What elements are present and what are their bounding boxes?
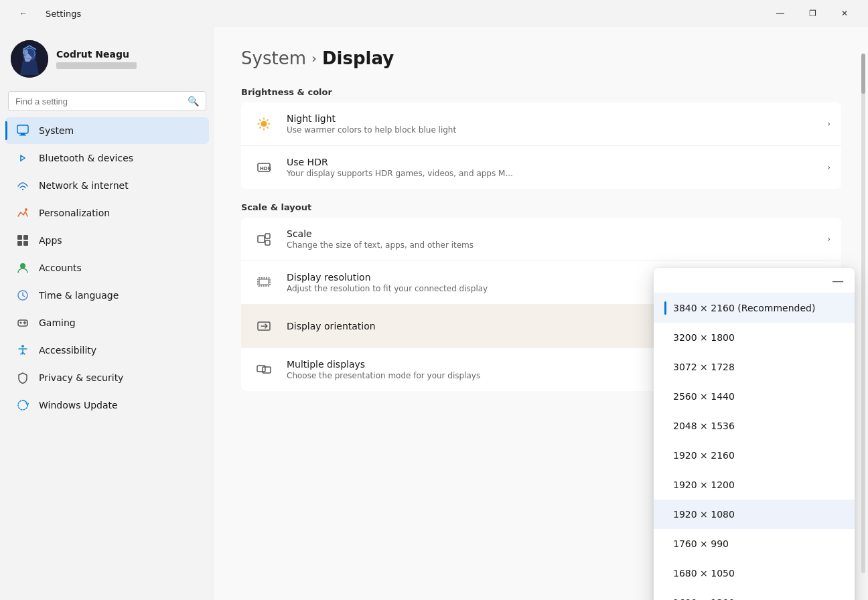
dropdown-item-3[interactable]: 2560 × 1440 — [654, 382, 855, 411]
sidebar-item-time-label: Time & language — [39, 290, 119, 301]
scrollbar-track[interactable] — [861, 54, 865, 573]
dropdown-item-label-2: 3072 × 1728 — [673, 362, 735, 372]
dropdown-item-7[interactable]: 1920 × 1080 — [654, 500, 855, 529]
selected-indicator-9 — [664, 567, 666, 580]
selected-indicator-8 — [664, 537, 666, 550]
time-icon — [16, 289, 29, 302]
display-orientation-icon — [252, 314, 276, 338]
search-input[interactable] — [15, 96, 182, 106]
accessibility-icon — [16, 344, 29, 357]
dropdown-item-label-4: 2048 × 1536 — [673, 421, 735, 431]
dropdown-item-label-0: 3840 × 2160 (Recommended) — [673, 303, 815, 313]
selected-indicator-10 — [664, 596, 666, 600]
sidebar-item-network[interactable]: Network & internet — [5, 172, 209, 199]
sidebar-item-gaming-label: Gaming — [39, 317, 76, 328]
sidebar-item-personalization[interactable]: Personalization — [5, 200, 209, 226]
gaming-icon — [16, 316, 29, 329]
dropdown-collapse-icon[interactable]: — — [829, 273, 847, 287]
scrollbar-thumb[interactable] — [861, 54, 865, 94]
sidebar-item-system[interactable]: System — [5, 117, 209, 144]
svg-point-20 — [261, 121, 267, 127]
sidebar-item-apps[interactable]: Apps — [5, 227, 209, 254]
svg-point-18 — [20, 322, 22, 324]
svg-rect-13 — [17, 241, 22, 246]
dropdown-item-8[interactable]: 1760 × 990 — [654, 529, 855, 558]
scale-title: Scale — [287, 228, 816, 239]
night-light-row[interactable]: Night light Use warmer colors to help bl… — [241, 102, 841, 146]
sidebar-item-bluetooth[interactable]: Bluetooth & devices — [5, 145, 209, 171]
sidebar-item-gaming[interactable]: Gaming — [5, 309, 209, 336]
sidebar-item-accessibility[interactable]: Accessibility — [5, 337, 209, 364]
svg-rect-23 — [258, 236, 265, 242]
dropdown-item-1[interactable]: 3200 × 1800 — [654, 323, 855, 352]
dropdown-item-label-10: 1600 × 1200 — [673, 597, 735, 600]
sidebar-item-bluetooth-label: Bluetooth & devices — [39, 153, 133, 163]
use-hdr-chevron: › — [827, 163, 830, 172]
dropdown-item-label-9: 1680 × 1050 — [673, 568, 735, 579]
svg-rect-14 — [23, 241, 28, 246]
maximize-button[interactable]: ❐ — [797, 3, 828, 24]
dropdown-item-label-3: 2560 × 1440 — [673, 391, 735, 402]
dropdown-item-5[interactable]: 1920 × 2160 — [654, 441, 855, 470]
close-button[interactable]: ✕ — [829, 3, 860, 24]
use-hdr-title: Use HDR — [287, 157, 816, 167]
dropdown-header: — — [654, 268, 855, 293]
use-hdr-text: Use HDR Your display supports HDR games,… — [287, 157, 816, 178]
dropdown-item-9[interactable]: 1680 × 1050 — [654, 558, 855, 588]
resolution-dropdown: — 3840 × 2160 (Recommended) 3200 × 1800 … — [654, 268, 855, 600]
breadcrumb-current: Display — [322, 48, 394, 68]
accounts-icon — [16, 261, 29, 275]
dropdown-item-2[interactable]: 3072 × 1728 — [654, 352, 855, 382]
night-light-icon — [252, 112, 276, 136]
svg-rect-11 — [17, 235, 22, 240]
network-icon — [16, 179, 29, 192]
window-controls: — ❐ ✕ — [765, 3, 860, 24]
app-body: Codrut Neagu 🔍 System — [0, 27, 868, 600]
sidebar-item-windows-update[interactable]: Windows Update — [5, 392, 209, 419]
sidebar-item-accounts[interactable]: Accounts — [5, 254, 209, 281]
scale-icon — [252, 227, 276, 251]
user-info: Codrut Neagu — [56, 49, 137, 69]
dropdown-item-10[interactable]: 1600 × 1200 — [654, 588, 855, 600]
sidebar-item-windows-update-label: Windows Update — [39, 400, 118, 410]
user-profile: Codrut Neagu — [0, 35, 214, 88]
dropdown-item-4[interactable]: 2048 × 1536 — [654, 411, 855, 441]
use-hdr-row[interactable]: HDR Use HDR Your display supports HDR ga… — [241, 146, 841, 189]
scale-row[interactable]: Scale Change the size of text, apps, and… — [241, 218, 841, 261]
svg-rect-6 — [17, 125, 28, 133]
titlebar-left: ← Settings — [8, 3, 81, 24]
selected-indicator-7 — [664, 508, 666, 521]
back-button[interactable]: ← — [8, 3, 39, 24]
breadcrumb: System › Display — [241, 48, 841, 68]
selected-indicator-6 — [664, 478, 666, 492]
search-box[interactable]: 🔍 — [8, 91, 206, 111]
titlebar: ← Settings — ❐ ✕ — [0, 0, 868, 27]
back-icon: ← — [19, 9, 27, 18]
selected-indicator-0 — [664, 301, 666, 315]
main-content: System › Display Brightness & color Nigh… — [214, 27, 868, 600]
minimize-button[interactable]: — — [765, 3, 796, 24]
user-email — [56, 62, 137, 69]
breadcrumb-system[interactable]: System — [241, 48, 306, 68]
apps-icon — [16, 234, 29, 247]
svg-point-15 — [20, 263, 25, 269]
sidebar: Codrut Neagu 🔍 System — [0, 27, 214, 600]
search-icon: 🔍 — [188, 96, 199, 106]
use-hdr-desc: Your display supports HDR games, videos,… — [287, 169, 816, 178]
svg-rect-25 — [265, 240, 270, 245]
svg-rect-7 — [21, 133, 25, 135]
hdr-icon: HDR — [252, 155, 276, 179]
svg-point-9 — [22, 189, 23, 190]
sidebar-item-privacy[interactable]: Privacy & security — [5, 364, 209, 391]
breadcrumb-separator: › — [311, 50, 317, 66]
dropdown-item-0[interactable]: 3840 × 2160 (Recommended) — [654, 293, 855, 323]
sidebar-item-accessibility-label: Accessibility — [39, 345, 96, 356]
selected-indicator-4 — [664, 419, 666, 433]
avatar — [11, 40, 48, 78]
dropdown-item-6[interactable]: 1920 × 1200 — [654, 470, 855, 500]
svg-rect-24 — [265, 234, 270, 238]
dropdown-item-label-8: 1760 × 990 — [673, 538, 729, 549]
sidebar-item-time[interactable]: Time & language — [5, 282, 209, 309]
dropdown-item-label-1: 3200 × 1800 — [673, 332, 735, 343]
sidebar-item-system-label: System — [39, 125, 74, 136]
